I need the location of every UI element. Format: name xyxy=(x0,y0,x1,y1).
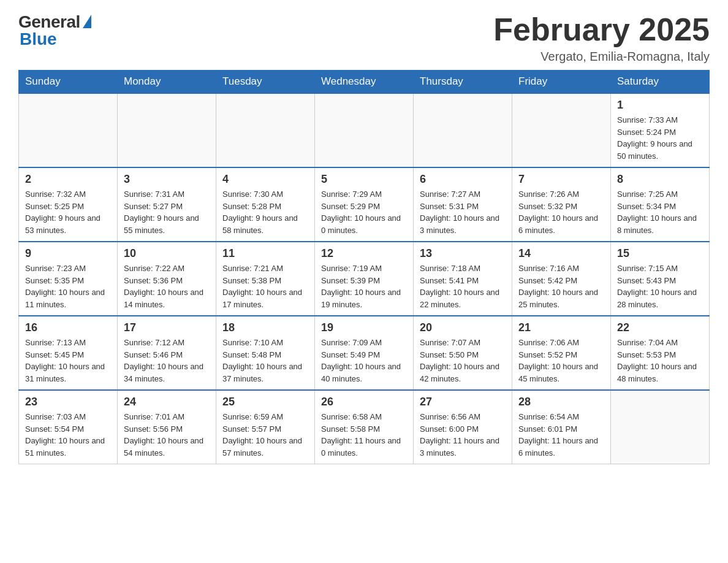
location-subtitle: Vergato, Emilia-Romagna, Italy xyxy=(493,50,710,64)
calendar-cell: 12Sunrise: 7:19 AM Sunset: 5:39 PM Dayli… xyxy=(315,242,414,316)
day-number: 14 xyxy=(518,247,604,260)
day-info: Sunrise: 7:12 AM Sunset: 5:46 PM Dayligh… xyxy=(124,337,210,385)
day-info: Sunrise: 7:03 AM Sunset: 5:54 PM Dayligh… xyxy=(25,411,111,459)
calendar-cell: 13Sunrise: 7:18 AM Sunset: 5:41 PM Dayli… xyxy=(414,242,512,316)
day-info: Sunrise: 6:56 AM Sunset: 6:00 PM Dayligh… xyxy=(420,411,506,459)
day-number: 12 xyxy=(321,247,407,260)
calendar-week-row: 2Sunrise: 7:32 AM Sunset: 5:25 PM Daylig… xyxy=(19,167,710,242)
title-area: February 2025 Vergato, Emilia-Romagna, I… xyxy=(493,12,710,64)
logo: General Blue xyxy=(18,12,91,49)
calendar-cell xyxy=(414,93,512,167)
day-number: 3 xyxy=(124,173,210,186)
calendar-cell: 24Sunrise: 7:01 AM Sunset: 5:56 PM Dayli… xyxy=(118,390,216,464)
weekday-header-thursday: Thursday xyxy=(414,71,512,94)
day-info: Sunrise: 7:19 AM Sunset: 5:39 PM Dayligh… xyxy=(321,262,407,310)
calendar-table: SundayMondayTuesdayWednesdayThursdayFrid… xyxy=(18,70,710,464)
calendar-week-row: 9Sunrise: 7:23 AM Sunset: 5:35 PM Daylig… xyxy=(19,242,710,316)
weekday-header-monday: Monday xyxy=(118,71,216,94)
day-number: 20 xyxy=(420,321,506,334)
day-number: 28 xyxy=(518,396,604,408)
day-info: Sunrise: 7:01 AM Sunset: 5:56 PM Dayligh… xyxy=(124,411,210,459)
page-header: General Blue February 2025 Vergato, Emil… xyxy=(18,12,710,64)
day-number: 27 xyxy=(420,396,506,408)
calendar-week-row: 1Sunrise: 7:33 AM Sunset: 5:24 PM Daylig… xyxy=(19,93,710,167)
day-info: Sunrise: 6:58 AM Sunset: 5:58 PM Dayligh… xyxy=(321,411,407,459)
day-number: 2 xyxy=(25,173,111,186)
day-info: Sunrise: 7:15 AM Sunset: 5:43 PM Dayligh… xyxy=(617,262,703,310)
weekday-header-friday: Friday xyxy=(512,71,611,94)
day-number: 6 xyxy=(420,173,506,186)
calendar-cell: 1Sunrise: 7:33 AM Sunset: 5:24 PM Daylig… xyxy=(611,93,710,167)
day-number: 19 xyxy=(321,321,407,334)
day-info: Sunrise: 7:32 AM Sunset: 5:25 PM Dayligh… xyxy=(25,188,111,236)
day-number: 25 xyxy=(222,396,308,408)
calendar-cell: 16Sunrise: 7:13 AM Sunset: 5:45 PM Dayli… xyxy=(19,316,118,390)
day-number: 21 xyxy=(518,321,604,334)
weekday-header-wednesday: Wednesday xyxy=(315,71,414,94)
month-title: February 2025 xyxy=(493,12,710,47)
day-info: Sunrise: 7:18 AM Sunset: 5:41 PM Dayligh… xyxy=(420,262,506,310)
calendar-cell xyxy=(19,93,118,167)
day-info: Sunrise: 7:13 AM Sunset: 5:45 PM Dayligh… xyxy=(25,337,111,385)
day-number: 23 xyxy=(25,396,111,408)
calendar-cell: 14Sunrise: 7:16 AM Sunset: 5:42 PM Dayli… xyxy=(512,242,611,316)
day-info: Sunrise: 7:04 AM Sunset: 5:53 PM Dayligh… xyxy=(617,337,703,385)
day-info: Sunrise: 7:07 AM Sunset: 5:50 PM Dayligh… xyxy=(420,337,506,385)
day-info: Sunrise: 7:10 AM Sunset: 5:48 PM Dayligh… xyxy=(222,337,308,385)
day-number: 4 xyxy=(222,173,308,186)
day-info: Sunrise: 7:31 AM Sunset: 5:27 PM Dayligh… xyxy=(124,188,210,236)
logo-triangle-icon xyxy=(83,15,91,28)
calendar-cell: 11Sunrise: 7:21 AM Sunset: 5:38 PM Dayli… xyxy=(216,242,315,316)
day-number: 7 xyxy=(518,173,604,186)
day-info: Sunrise: 7:27 AM Sunset: 5:31 PM Dayligh… xyxy=(420,188,506,236)
day-info: Sunrise: 7:22 AM Sunset: 5:36 PM Dayligh… xyxy=(124,262,210,310)
day-info: Sunrise: 7:06 AM Sunset: 5:52 PM Dayligh… xyxy=(518,337,604,385)
day-number: 9 xyxy=(25,247,111,260)
weekday-header-sunday: Sunday xyxy=(19,71,118,94)
calendar-cell: 8Sunrise: 7:25 AM Sunset: 5:34 PM Daylig… xyxy=(611,167,710,242)
calendar-cell: 17Sunrise: 7:12 AM Sunset: 5:46 PM Dayli… xyxy=(118,316,216,390)
calendar-cell xyxy=(118,93,216,167)
day-info: Sunrise: 7:29 AM Sunset: 5:29 PM Dayligh… xyxy=(321,188,407,236)
weekday-header-row: SundayMondayTuesdayWednesdayThursdayFrid… xyxy=(19,71,710,94)
calendar-header: SundayMondayTuesdayWednesdayThursdayFrid… xyxy=(19,71,710,94)
day-info: Sunrise: 7:26 AM Sunset: 5:32 PM Dayligh… xyxy=(518,188,604,236)
day-number: 10 xyxy=(124,247,210,260)
calendar-cell: 10Sunrise: 7:22 AM Sunset: 5:36 PM Dayli… xyxy=(118,242,216,316)
calendar-cell: 20Sunrise: 7:07 AM Sunset: 5:50 PM Dayli… xyxy=(414,316,512,390)
calendar-cell: 9Sunrise: 7:23 AM Sunset: 5:35 PM Daylig… xyxy=(19,242,118,316)
calendar-body: 1Sunrise: 7:33 AM Sunset: 5:24 PM Daylig… xyxy=(19,93,710,464)
day-info: Sunrise: 7:33 AM Sunset: 5:24 PM Dayligh… xyxy=(617,114,703,162)
day-number: 17 xyxy=(124,321,210,334)
calendar-cell: 7Sunrise: 7:26 AM Sunset: 5:32 PM Daylig… xyxy=(512,167,611,242)
day-number: 13 xyxy=(420,247,506,260)
day-info: Sunrise: 7:16 AM Sunset: 5:42 PM Dayligh… xyxy=(518,262,604,310)
day-info: Sunrise: 7:23 AM Sunset: 5:35 PM Dayligh… xyxy=(25,262,111,310)
calendar-cell xyxy=(315,93,414,167)
calendar-cell: 22Sunrise: 7:04 AM Sunset: 5:53 PM Dayli… xyxy=(611,316,710,390)
calendar-cell: 19Sunrise: 7:09 AM Sunset: 5:49 PM Dayli… xyxy=(315,316,414,390)
calendar-cell: 6Sunrise: 7:27 AM Sunset: 5:31 PM Daylig… xyxy=(414,167,512,242)
calendar-cell: 4Sunrise: 7:30 AM Sunset: 5:28 PM Daylig… xyxy=(216,167,315,242)
calendar-cell: 27Sunrise: 6:56 AM Sunset: 6:00 PM Dayli… xyxy=(414,390,512,464)
day-info: Sunrise: 7:21 AM Sunset: 5:38 PM Dayligh… xyxy=(222,262,308,310)
weekday-header-saturday: Saturday xyxy=(611,71,710,94)
day-number: 18 xyxy=(222,321,308,334)
weekday-header-tuesday: Tuesday xyxy=(216,71,315,94)
calendar-cell: 5Sunrise: 7:29 AM Sunset: 5:29 PM Daylig… xyxy=(315,167,414,242)
calendar-cell: 18Sunrise: 7:10 AM Sunset: 5:48 PM Dayli… xyxy=(216,316,315,390)
calendar-cell xyxy=(512,93,611,167)
calendar-cell: 28Sunrise: 6:54 AM Sunset: 6:01 PM Dayli… xyxy=(512,390,611,464)
calendar-cell: 21Sunrise: 7:06 AM Sunset: 5:52 PM Dayli… xyxy=(512,316,611,390)
day-info: Sunrise: 7:25 AM Sunset: 5:34 PM Dayligh… xyxy=(617,188,703,236)
calendar-cell: 23Sunrise: 7:03 AM Sunset: 5:54 PM Dayli… xyxy=(19,390,118,464)
calendar-cell: 15Sunrise: 7:15 AM Sunset: 5:43 PM Dayli… xyxy=(611,242,710,316)
day-number: 1 xyxy=(617,99,703,112)
calendar-cell xyxy=(611,390,710,464)
day-number: 15 xyxy=(617,247,703,260)
day-number: 8 xyxy=(617,173,703,186)
calendar-cell xyxy=(216,93,315,167)
calendar-cell: 3Sunrise: 7:31 AM Sunset: 5:27 PM Daylig… xyxy=(118,167,216,242)
logo-blue-text: Blue xyxy=(20,29,57,49)
day-number: 22 xyxy=(617,321,703,334)
